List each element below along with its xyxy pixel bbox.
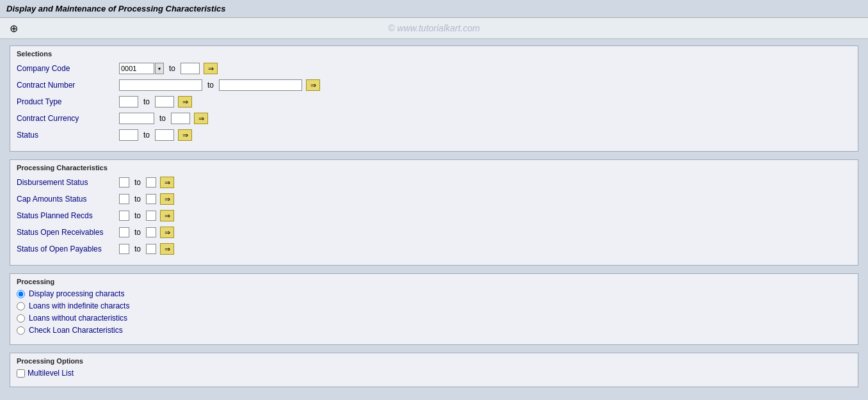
- product-type-to-label: to: [143, 97, 150, 106]
- status-planned-recds-row: Status Planned Recds to ⇒: [17, 209, 851, 223]
- status-open-receivables-input[interactable]: [119, 227, 129, 237]
- status-arrow-btn[interactable]: ⇒: [178, 129, 192, 141]
- processing-characteristics-section: Processing Characteristics Disbursement …: [10, 159, 858, 266]
- disbursement-status-label: Disbursement Status: [17, 178, 119, 187]
- status-open-payables-row: Status of Open Payables to ⇒: [17, 242, 851, 256]
- check-loan-row: Check Loan Characteristics: [17, 326, 851, 335]
- cap-amounts-status-to-input[interactable]: [146, 194, 156, 204]
- loans-indefinite-label: Loans with indefinite characts: [29, 301, 129, 310]
- status-open-receivables-to-input[interactable]: [146, 227, 156, 237]
- status-planned-recds-arrow-btn[interactable]: ⇒: [160, 210, 174, 221]
- status-planned-recds-to-input[interactable]: [146, 211, 156, 221]
- product-type-label: Product Type: [17, 97, 119, 106]
- multilevel-list-label: Multilevel List: [28, 369, 74, 378]
- watermark: © www.tutorialkart.com: [388, 23, 479, 33]
- status-to-label: to: [143, 131, 150, 140]
- loans-indefinite-row: Loans with indefinite characts: [17, 301, 851, 310]
- status-open-payables-label: Status of Open Payables: [17, 244, 119, 253]
- contract-currency-to-label: to: [159, 114, 166, 123]
- company-code-lookup-btn[interactable]: ▾: [155, 63, 164, 74]
- check-loan-label: Check Loan Characteristics: [29, 326, 123, 335]
- status-open-receivables-row: Status Open Receivables to ⇒: [17, 225, 851, 239]
- multilevel-list-row: Multilevel List: [17, 369, 851, 378]
- product-type-row: Product Type to ⇒: [17, 95, 851, 109]
- company-code-input[interactable]: [119, 63, 154, 74]
- multilevel-list-checkbox[interactable]: [17, 369, 25, 378]
- status-open-payables-input[interactable]: [119, 244, 129, 254]
- contract-currency-row: Contract Currency to ⇒: [17, 111, 851, 125]
- company-code-to-input[interactable]: [181, 63, 200, 74]
- cap-amounts-status-row: Cap Amounts Status to ⇒: [17, 192, 851, 206]
- company-code-to-label: to: [169, 64, 175, 73]
- processing-section: Processing Display processing characts L…: [10, 273, 858, 345]
- contract-number-label: Contract Number: [17, 81, 119, 90]
- selections-section: Selections Company Code ▾ to ⇒ Contract …: [10, 45, 858, 152]
- company-code-label: Company Code: [17, 64, 119, 73]
- status-open-payables-to-input[interactable]: [146, 244, 156, 254]
- status-open-receivables-label: Status Open Receivables: [17, 228, 119, 237]
- contract-currency-input[interactable]: [119, 113, 154, 124]
- status-planned-recds-input[interactable]: [119, 211, 129, 221]
- status-open-receivables-arrow-btn[interactable]: ⇒: [160, 227, 174, 238]
- processing-title: Processing: [17, 278, 851, 285]
- contract-number-input[interactable]: [119, 79, 202, 91]
- status-open-payables-arrow-btn[interactable]: ⇒: [160, 243, 174, 255]
- toolbar-nav-icon[interactable]: ⊕: [6, 21, 20, 35]
- status-open-receivables-to-label: to: [134, 228, 141, 237]
- company-code-row: Company Code ▾ to ⇒: [17, 61, 851, 76]
- loans-without-row: Loans without characteristics: [17, 314, 851, 323]
- title-bar: Display and Maintenance of Processing Ch…: [0, 0, 868, 18]
- contract-number-arrow-btn[interactable]: ⇒: [306, 79, 320, 91]
- cap-amounts-status-label: Cap Amounts Status: [17, 195, 119, 204]
- disbursement-status-to-input[interactable]: [146, 177, 156, 188]
- processing-characteristics-title: Processing Characteristics: [17, 164, 851, 172]
- contract-number-to-label: to: [207, 81, 214, 90]
- status-planned-recds-to-label: to: [134, 211, 141, 220]
- status-to-input[interactable]: [155, 129, 174, 141]
- status-planned-recds-label: Status Planned Recds: [17, 211, 119, 220]
- contract-number-to-input[interactable]: [219, 79, 302, 91]
- disbursement-status-arrow-btn[interactable]: ⇒: [160, 177, 174, 188]
- display-processing-label: Display processing characts: [29, 289, 124, 298]
- cap-amounts-status-to-label: to: [134, 195, 141, 204]
- status-row: Status to ⇒: [17, 128, 851, 142]
- disbursement-status-row: Disbursement Status to ⇒: [17, 175, 851, 189]
- display-processing-radio[interactable]: [17, 290, 25, 298]
- main-content: Selections Company Code ▾ to ⇒ Contract …: [0, 39, 868, 400]
- display-processing-row: Display processing characts: [17, 289, 851, 298]
- disbursement-status-to-label: to: [134, 178, 141, 187]
- disbursement-status-input[interactable]: [119, 177, 129, 188]
- processing-options-section: Processing Options Multilevel List: [10, 353, 858, 387]
- check-loan-radio[interactable]: [17, 326, 25, 335]
- cap-amounts-status-arrow-btn[interactable]: ⇒: [160, 193, 174, 205]
- loans-indefinite-radio[interactable]: [17, 302, 25, 310]
- company-code-input-wrapper: ▾: [119, 63, 164, 74]
- cap-amounts-status-input[interactable]: [119, 194, 129, 204]
- contract-number-row: Contract Number to ⇒: [17, 78, 851, 92]
- product-type-input[interactable]: [119, 96, 138, 108]
- contract-currency-label: Contract Currency: [17, 114, 119, 123]
- status-label: Status: [17, 131, 119, 140]
- contract-currency-to-input[interactable]: [171, 113, 190, 124]
- status-open-payables-to-label: to: [134, 244, 141, 253]
- status-input[interactable]: [119, 129, 138, 141]
- nav-icon: ⊕: [10, 22, 18, 35]
- contract-currency-arrow-btn[interactable]: ⇒: [194, 113, 208, 124]
- selections-title: Selections: [17, 50, 851, 58]
- processing-options-title: Processing Options: [17, 357, 851, 365]
- product-type-arrow-btn[interactable]: ⇒: [178, 96, 192, 108]
- toolbar: ⊕ © www.tutorialkart.com: [0, 18, 868, 39]
- page-title: Display and Maintenance of Processing Ch…: [6, 4, 225, 13]
- product-type-to-input[interactable]: [155, 96, 174, 108]
- company-code-arrow-btn[interactable]: ⇒: [204, 63, 218, 74]
- loans-without-label: Loans without characteristics: [29, 314, 127, 323]
- loans-without-radio[interactable]: [17, 314, 25, 323]
